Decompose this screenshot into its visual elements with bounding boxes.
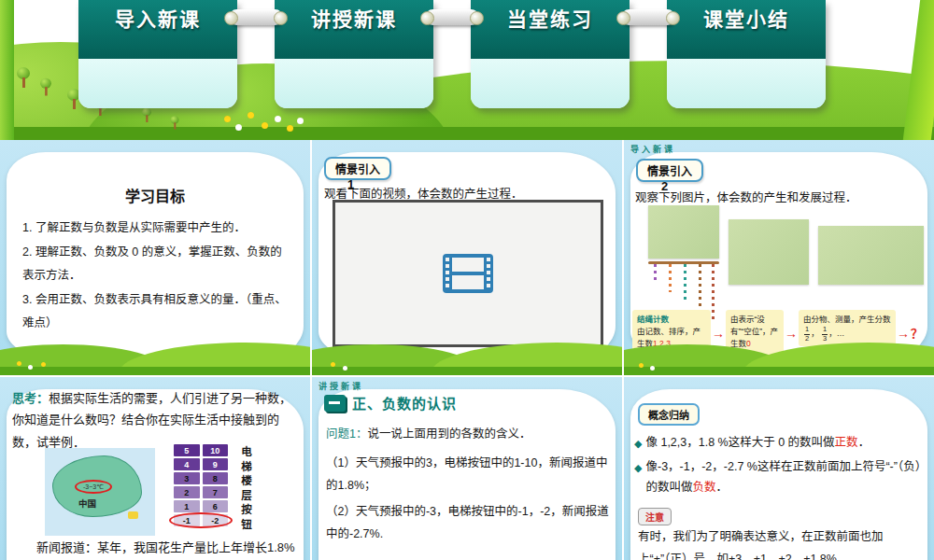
flower-icon xyxy=(235,124,242,131)
slide-thumbnail-5[interactable]: 讲授新课 正、负数的认识 问题1：说一说上面用到的各数的含义． （1）天气预报中… xyxy=(312,377,622,560)
arrow-right-icon: → xyxy=(712,326,725,341)
concept-list: ◆ 像 1,2,3，1.8 %这样大于 0 的数叫做正数． ◆ 像-3，-1，-… xyxy=(634,433,929,502)
news-line: 新闻报道：某年，我国花生产量比上年增长1.8% xyxy=(12,538,304,555)
elevator-button: 8 xyxy=(203,472,229,484)
elevator-button: 3 xyxy=(174,472,200,484)
section-badge: 情景引入 xyxy=(636,159,703,182)
note-badge: 注意 xyxy=(638,508,672,525)
question-mark: ？ xyxy=(911,324,923,342)
film-icon xyxy=(443,254,493,293)
tab-teach-new-lesson[interactable]: 讲授新课 xyxy=(275,0,433,108)
objective-list: 1. 了解正数与负数是从实际需要中产生的． 2. 理解正数、负数及 0 的意义，… xyxy=(22,217,293,336)
topic-heading: 正、负数的认识 xyxy=(324,393,457,413)
map-country-label: 中国 xyxy=(78,497,96,510)
fraction: 13 xyxy=(822,326,828,343)
flower-icon xyxy=(17,361,21,366)
flower-icon xyxy=(639,363,644,368)
slide-grid: 学习目标 1. 了解正数与负数是从实际需要中产生的． 2. 理解正数、负数及 0… xyxy=(0,140,934,560)
flower-icon xyxy=(28,365,33,370)
note-paragraph: 有时，我们为了明确表达意义，在正数前面也加上“+”（正）号，如+3，+1，+2，… xyxy=(638,526,927,560)
elevator-panel-label: 电梯楼层按钮 xyxy=(238,446,253,551)
temperature-callout: -3~3℃ xyxy=(75,480,112,494)
elevator-button: 5 xyxy=(174,444,200,456)
tab-class-summary[interactable]: 课堂小结 xyxy=(667,0,826,108)
thumb-grass xyxy=(0,367,310,375)
flower-icon xyxy=(331,362,335,367)
flower-icon xyxy=(297,118,304,124)
arrow-right-icon: → xyxy=(785,326,798,341)
video-placeholder xyxy=(333,200,603,347)
flower-icon xyxy=(650,366,655,371)
flow-box-text: ，… xyxy=(828,329,844,339)
think-paragraph: 思考：根据实际生活的需要，人们引进了另一种数，你知道是什么数吗？结合你在实际生活… xyxy=(12,387,302,453)
objective-item: 2. 理解正数、负数及 0 的意义，掌握正数、负数的表示方法． xyxy=(22,241,293,287)
tab-connector xyxy=(621,9,675,25)
think-label: 思考： xyxy=(12,391,49,405)
flow-box-fractions: 由分物、测量，产生分数 12， 13，… xyxy=(799,310,896,346)
answer-item-2: （2）天气预报中的-3，电梯按钮中的-1，-2，新闻报道中的-2.7%. xyxy=(326,500,615,546)
tab-body xyxy=(471,59,630,108)
tab-intro-new-lesson[interactable]: 导入新课 xyxy=(78,0,237,108)
question-label: 问题1： xyxy=(326,427,367,441)
dash-icon xyxy=(324,395,346,412)
elevator-button: 2 xyxy=(174,486,200,498)
chapter-corner-label: 导入新课 xyxy=(630,143,675,155)
slide-thumbnail-6[interactable]: 概念归纳 ◆ 像 1,2,3，1.8 %这样大于 0 的数叫做正数． ◆ 像-3… xyxy=(624,377,934,560)
flow-box-text: 由分物、测量，产生分数 xyxy=(803,315,891,324)
think-text: 根据实际生活的需要，人们引进了另一种数，你知道是什么数吗？结合你在实际生活中接触… xyxy=(12,391,291,449)
concept-text: 像-3，-1，-2，-2.7 %这样在正数前面加上符号“-”（负）的数叫做 xyxy=(645,460,927,494)
flow-box-highlight: 0 xyxy=(746,339,751,348)
chapter-corner-label: 讲授新课 xyxy=(318,380,363,392)
thumb-grass xyxy=(624,367,934,375)
concept-highlight: 负数 xyxy=(692,481,715,494)
objective-item: 3. 会用正数、负数表示具有相反意义的量．（重点、难点） xyxy=(22,288,293,334)
flower-icon xyxy=(287,125,293,132)
concept-item: ◆ 像 1,2,3，1.8 %这样大于 0 的数叫做正数． xyxy=(634,433,929,454)
thumb-grass xyxy=(312,367,622,375)
slide-thumbnail-1[interactable]: 学习目标 1. 了解正数与负数是从实际需要中产生的． 2. 理解正数、负数及 0… xyxy=(0,140,310,375)
section-badge: 情景引入 xyxy=(324,157,391,180)
fraction: 12 xyxy=(804,326,810,343)
photo-pottery xyxy=(729,219,809,285)
tree-icon xyxy=(38,78,52,97)
banner-right-edge xyxy=(903,0,934,140)
photo-knot-counting xyxy=(648,205,719,259)
flower-icon xyxy=(275,116,281,122)
concept-item: ◆ 像-3，-1，-2，-2.7 %这样在正数前面加上符号“-”（负）的数叫做负… xyxy=(634,457,929,498)
tab-label: 当堂练习 xyxy=(507,4,593,59)
concept-text: ． xyxy=(716,481,729,494)
elevator-button: 4 xyxy=(174,458,200,470)
question-paragraph: 问题1：说一说上面用到的各数的含义． xyxy=(326,424,615,441)
slide-thumbnail-4[interactable]: 思考：根据实际生活的需要，人们引进了另一种数，你知道是什么数吗？结合你在实际生活… xyxy=(0,377,310,560)
concept-highlight: 正数 xyxy=(835,436,858,449)
banner-grass-base xyxy=(0,127,934,140)
banner-left-edge xyxy=(0,0,14,140)
tree-icon xyxy=(15,67,32,90)
diamond-icon: ◆ xyxy=(634,459,642,498)
flower-icon xyxy=(41,362,46,367)
tab-connector xyxy=(229,9,283,25)
slide-thumbnail-3[interactable]: 导入新课 情景引入 2 观察下列图片，体会数的产生和发展过程． 结绳计数由记数、… xyxy=(624,140,934,375)
photo-trading xyxy=(818,226,924,285)
instruction-text: 观察下列图片，体会数的产生和发展过程． xyxy=(635,188,928,205)
arrow-right-icon: → xyxy=(897,326,910,341)
flower-icon xyxy=(224,116,231,122)
topic-title: 正、负数的认识 xyxy=(352,393,457,413)
lesson-nav-banner: 导入新课 讲授新课 当堂练习 课堂小结 xyxy=(0,0,934,140)
elevator-button: 7 xyxy=(203,486,229,498)
elevator-button-panel: 510 49 38 27 16 -1-2 xyxy=(174,444,228,528)
flower-icon xyxy=(248,112,254,119)
slide-thumbnail-2[interactable]: 情景引入 1 观看下面的视频，体会数的产生过程． xyxy=(312,140,622,375)
flow-box-text: 由表示“没有”“空位”，产生数 xyxy=(730,315,778,348)
lesson-phase-tabs: 导入新课 讲授新课 当堂练习 课堂小结 xyxy=(78,0,826,108)
map-highlight-patch xyxy=(128,511,138,519)
tab-label: 讲授新课 xyxy=(311,4,397,59)
flower-icon xyxy=(343,366,347,371)
tab-label: 课堂小结 xyxy=(703,4,789,59)
diamond-icon: ◆ xyxy=(634,435,642,454)
page-title: 学习目标 xyxy=(0,184,310,206)
concept-text: ． xyxy=(858,436,870,449)
tab-class-practice[interactable]: 当堂练习 xyxy=(471,0,630,108)
answer-item-1: （1）天气预报中的3，电梯按钮中的1-10，新闻报道中的1.8%； xyxy=(326,452,615,497)
elevator-button: 1 xyxy=(174,500,200,512)
